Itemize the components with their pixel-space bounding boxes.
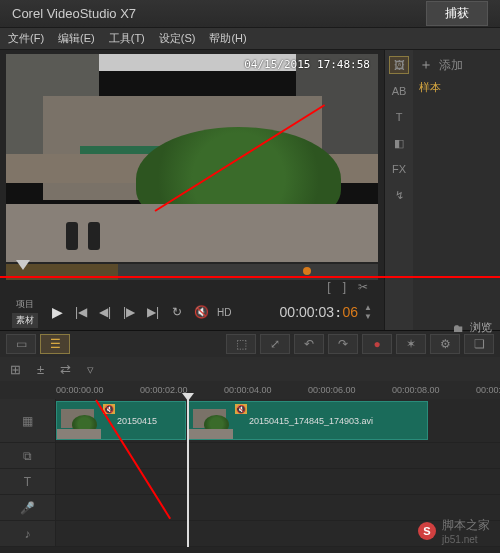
trim-bar: [ ] ✂ xyxy=(6,280,378,294)
tool-marker[interactable]: ▿ xyxy=(87,362,94,377)
graphic-icon[interactable]: ◧ xyxy=(389,134,409,152)
annotation-hline xyxy=(0,276,500,278)
library-panel: 🖼 AB T ◧ FX ↯ ＋ 添加 样本 xyxy=(384,50,500,330)
add-folder-button[interactable]: ＋ 添加 xyxy=(419,56,494,74)
time-ruler[interactable]: 00:00:00.00 00:00:02.00 00:00:04.00 00:0… xyxy=(0,381,500,399)
tc-down[interactable]: ▼ xyxy=(364,312,372,321)
app-title: Corel VideoStudio X7 xyxy=(12,6,426,21)
split-icon[interactable]: ✂ xyxy=(358,280,368,294)
play-button[interactable]: ▶ xyxy=(46,300,68,324)
loop-button[interactable]: ↻ xyxy=(166,300,188,324)
video-track-head[interactable]: ▦ xyxy=(0,399,56,443)
menubar: 文件(F) 编辑(E) 工具(T) 设定(S) 帮助(H) xyxy=(0,28,500,50)
tc-up[interactable]: ▲ xyxy=(364,303,372,312)
tool-zoom[interactable]: ± xyxy=(37,362,44,377)
tl-btn-g[interactable]: ❏ xyxy=(464,334,494,354)
capture-tab[interactable]: 捕获 xyxy=(426,1,488,26)
mark-in-icon[interactable]: [ xyxy=(327,280,330,294)
menu-settings[interactable]: 设定(S) xyxy=(159,31,196,46)
folder-icon: 🖿 xyxy=(453,322,464,334)
mode-project[interactable]: 项目 xyxy=(12,297,38,312)
browse-button[interactable]: 🖿 浏览 xyxy=(453,320,492,335)
next-frame-button[interactable]: |▶ xyxy=(118,300,140,324)
watermark: S 脚本之家 jb51.net xyxy=(418,517,490,545)
title-icon[interactable]: T xyxy=(389,108,409,126)
tl-btn-c[interactable]: ↶ xyxy=(294,334,324,354)
timeline-view-tabs: ▭ ☰ ⬚ ⤢ ↶ ↷ ● ✶ ⚙ ❏ xyxy=(0,331,500,357)
mute-button[interactable]: 🔇 xyxy=(190,300,212,324)
tool-link[interactable]: ⇄ xyxy=(60,362,71,377)
timeline-view-tab[interactable]: ☰ xyxy=(40,334,70,354)
menu-edit[interactable]: 编辑(E) xyxy=(58,31,95,46)
scrub-marker[interactable] xyxy=(303,267,311,275)
preview-video[interactable]: 04/15/2015 17:48:58 xyxy=(6,54,378,262)
track-headers: ▦ ⧉ T 🎤 ♪ xyxy=(0,399,56,547)
mode-clip[interactable]: 素材 xyxy=(12,313,38,328)
path-icon[interactable]: ↯ xyxy=(389,186,409,204)
playhead[interactable] xyxy=(187,399,189,547)
filter-icon[interactable]: FX xyxy=(389,160,409,178)
transition-icon[interactable]: AB xyxy=(389,82,409,100)
asset-category-bar: 🖼 AB T ◧ FX ↯ xyxy=(385,50,413,330)
menu-tool[interactable]: 工具(T) xyxy=(109,31,145,46)
tl-btn-d[interactable]: ↷ xyxy=(328,334,358,354)
sample-folder[interactable]: 样本 xyxy=(419,80,494,95)
home-button[interactable]: |◀ xyxy=(70,300,92,324)
voice-track-head[interactable]: 🎤 xyxy=(0,495,56,521)
record-button[interactable]: ● xyxy=(362,334,392,354)
title-track-head[interactable]: T xyxy=(0,469,56,495)
music-track-head[interactable]: ♪ xyxy=(0,521,56,547)
end-button[interactable]: ▶| xyxy=(142,300,164,324)
menu-help[interactable]: 帮助(H) xyxy=(209,31,246,46)
tl-btn-f[interactable]: ⚙ xyxy=(430,334,460,354)
titlebar: Corel VideoStudio X7 捕获 xyxy=(0,0,500,28)
timeline-tools: ⊞ ± ⇄ ▿ xyxy=(0,357,500,381)
menu-file[interactable]: 文件(F) xyxy=(8,31,44,46)
tl-btn-a[interactable]: ⬚ xyxy=(226,334,256,354)
transport-controls: 项目 素材 ▶ |◀ ◀| |▶ ▶| ↻ 🔇 HD 00:00:03:06 ▲… xyxy=(6,294,378,330)
preview-panel: 04/15/2015 17:48:58 [ ] ✂ 项目 素材 ▶ |◀ ◀| … xyxy=(0,50,384,330)
storyboard-view-tab[interactable]: ▭ xyxy=(6,334,36,354)
clip-audio-icon[interactable]: 🔇 xyxy=(235,404,247,414)
clip-1[interactable]: 🔇 20150415 xyxy=(56,401,186,440)
overlay-track-head[interactable]: ⧉ xyxy=(0,443,56,469)
hd-button[interactable]: HD xyxy=(214,300,234,324)
watermark-logo: S xyxy=(418,522,436,540)
tl-btn-e[interactable]: ✶ xyxy=(396,334,426,354)
clip-2[interactable]: 🔇 20150415_174845_174903.avi xyxy=(188,401,428,440)
tool-add-track[interactable]: ⊞ xyxy=(10,362,21,377)
video-timestamp: 04/15/2015 17:48:58 xyxy=(244,58,370,71)
tl-btn-b[interactable]: ⤢ xyxy=(260,334,290,354)
prev-frame-button[interactable]: ◀| xyxy=(94,300,116,324)
timecode[interactable]: 00:00:03:06 xyxy=(280,304,359,320)
plus-icon: ＋ xyxy=(419,56,433,74)
mark-out-icon[interactable]: ] xyxy=(343,280,346,294)
media-icon[interactable]: 🖼 xyxy=(389,56,409,74)
